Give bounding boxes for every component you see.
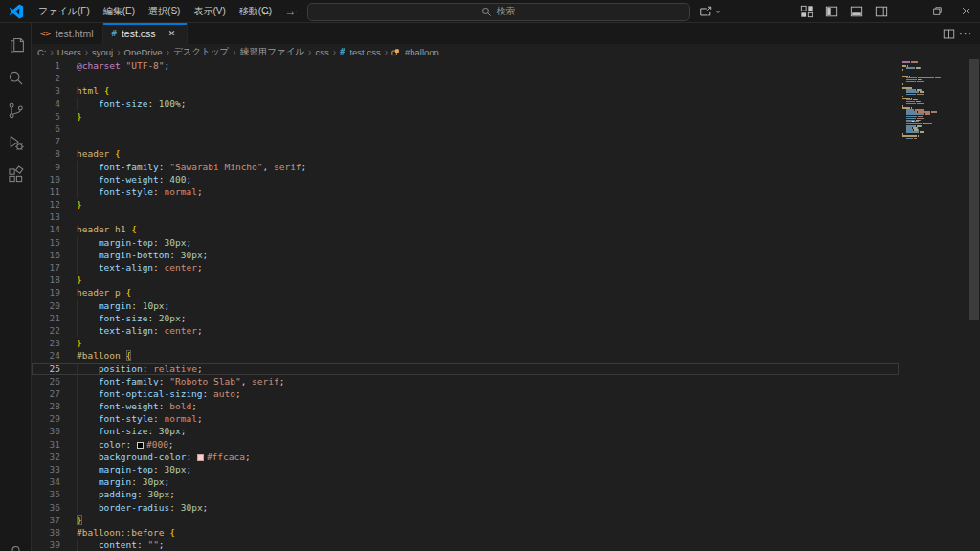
activity-account-button[interactable] xyxy=(0,543,32,551)
code-line[interactable]: 5} xyxy=(32,110,899,122)
code-line[interactable]: 9 font-family: "Sawarabi Mincho", serif; xyxy=(32,161,899,173)
nav-forward-button[interactable]: → xyxy=(283,5,299,18)
code-line[interactable]: 36 border-radius: 30px; xyxy=(32,501,899,514)
breadcrumb-item-デスクトップ[interactable]: デスクトップ xyxy=(173,46,229,58)
breadcrumb-item-#balloon[interactable]: #balloon xyxy=(405,47,439,57)
code-line-text: padding: 30px; xyxy=(60,488,899,500)
color-swatch-pink[interactable] xyxy=(197,454,204,461)
line-number: 18 xyxy=(32,274,60,286)
code-line[interactable]: 33 margin-top: 30px; xyxy=(32,463,899,475)
code-line[interactable]: 24#balloon { xyxy=(32,349,899,362)
code-line[interactable]: 16 margin-bottom: 30px; xyxy=(32,249,899,261)
tab-close-button[interactable]: ✕ xyxy=(167,29,178,38)
activity-search-button[interactable] xyxy=(0,61,32,94)
window-close-button[interactable] xyxy=(951,0,980,23)
menu-item-1[interactable]: 編集(E) xyxy=(97,0,142,23)
breadcrumb-item-css[interactable]: css xyxy=(315,47,328,57)
tab-test-css[interactable]: # test.css ✕ xyxy=(103,23,188,44)
activity-run-debug-button[interactable] xyxy=(0,126,32,159)
code-line[interactable]: 19header p { xyxy=(32,286,899,298)
code-line[interactable]: 15 margin-top: 30px; xyxy=(32,236,899,249)
code-line[interactable]: 11 font-style: normal; xyxy=(32,186,899,198)
code-line[interactable]: 21 font-size: 20px; xyxy=(32,312,899,324)
code-line[interactable]: 26 font-family: "Roboto Slab", serif; xyxy=(32,375,899,387)
menu-bar: ファイル(F)編集(E)選択(S)表示(V)移動(G) xyxy=(32,0,278,22)
code-line-text: } xyxy=(60,110,899,122)
line-number: 32 xyxy=(32,451,60,463)
code-line[interactable]: 20 margin: 10px; xyxy=(32,299,899,312)
code-editor[interactable]: 1@charset "UTF-8";23html {4 font-size: 1… xyxy=(32,59,899,551)
minimize-icon xyxy=(903,6,914,16)
code-line-text: color: #000; xyxy=(60,438,899,451)
code-line[interactable]: 12} xyxy=(32,198,899,210)
nav-back-button[interactable]: ← xyxy=(259,5,275,18)
split-editor-icon xyxy=(943,28,955,40)
activity-source-control-button[interactable] xyxy=(0,94,32,126)
toggle-panel-button[interactable] xyxy=(844,0,869,23)
code-line[interactable]: 7 xyxy=(32,135,899,147)
code-line[interactable]: 6 xyxy=(32,122,899,135)
code-line[interactable]: 10 font-weight: 400; xyxy=(32,173,899,186)
editor-scrollbar[interactable] xyxy=(968,59,980,551)
editor-more-actions-button[interactable]: ··· xyxy=(959,28,972,39)
code-line[interactable]: 2 xyxy=(32,72,899,84)
code-line[interactable]: 39 content: ""; xyxy=(32,539,899,551)
code-line[interactable]: 8header { xyxy=(32,147,899,160)
code-line[interactable]: 29 font-style: normal; xyxy=(32,412,899,425)
line-number: 37 xyxy=(32,514,60,526)
line-number: 31 xyxy=(32,438,60,451)
code-line-text: font-size: 20px; xyxy=(60,312,899,324)
breadcrumb-item-test.css[interactable]: test.css xyxy=(349,47,380,57)
window-restore-button[interactable] xyxy=(923,0,951,23)
code-line[interactable]: 34 margin: 30px; xyxy=(32,475,899,488)
breadcrumb-item-OneDrive[interactable]: OneDrive xyxy=(124,47,163,57)
code-line[interactable]: 37} xyxy=(32,514,899,526)
open-new-window-dropdown[interactable] xyxy=(699,5,722,18)
tab-test-html[interactable]: <> test.html xyxy=(32,23,103,44)
activity-explorer-button[interactable] xyxy=(0,29,32,61)
code-line[interactable]: 30 font-size: 30px; xyxy=(32,425,899,437)
code-line[interactable]: 3html { xyxy=(32,84,899,97)
code-line[interactable]: 38#balloon::before { xyxy=(32,526,899,539)
code-line[interactable]: 13 xyxy=(32,210,899,223)
window-minimize-button[interactable] xyxy=(894,0,923,23)
split-editor-button[interactable] xyxy=(943,28,955,40)
code-line[interactable]: 27 font-optical-sizing: auto; xyxy=(32,387,899,400)
scrollbar-slider[interactable] xyxy=(969,59,979,320)
code-line[interactable]: 23} xyxy=(32,337,899,349)
code-line[interactable]: 1@charset "UTF-8"; xyxy=(32,59,899,72)
code-line-text: #balloon::before { xyxy=(60,526,899,539)
code-line[interactable]: 17 text-align: center; xyxy=(32,261,899,274)
line-number: 39 xyxy=(32,539,60,551)
code-line[interactable]: 22 text-align: center; xyxy=(32,324,899,337)
code-line[interactable]: 14header h1 { xyxy=(32,223,899,235)
customize-layout-button[interactable] xyxy=(794,0,819,23)
layout-sidebar-right-icon xyxy=(875,5,888,18)
code-line[interactable]: 4 font-size: 100%; xyxy=(32,98,899,110)
toggle-sidebar-right-button[interactable] xyxy=(869,0,894,23)
line-number: 5 xyxy=(32,110,60,122)
breadcrumb-item-練習用ファイル[interactable]: 練習用ファイル xyxy=(240,46,304,58)
code-line[interactable]: 25 position: relative; xyxy=(32,363,899,375)
code-line[interactable]: 32 background-color: #ffcaca; xyxy=(32,451,899,463)
breadcrumb-item-syouj[interactable]: syouj xyxy=(92,47,113,57)
code-line[interactable]: 18} xyxy=(32,274,899,286)
line-number: 29 xyxy=(32,412,60,425)
code-line-text: header { xyxy=(60,147,899,160)
menu-item-0[interactable]: ファイル(F) xyxy=(32,0,97,23)
code-line-text: font-family: "Sawarabi Mincho", serif; xyxy=(60,161,899,173)
activity-extensions-button[interactable] xyxy=(0,159,32,191)
code-line[interactable]: 28 font-weight: bold; xyxy=(32,400,899,412)
color-swatch-black[interactable] xyxy=(137,442,144,449)
menu-item-2[interactable]: 選択(S) xyxy=(142,0,187,23)
line-number: 1 xyxy=(32,59,60,72)
toggle-sidebar-left-button[interactable] xyxy=(819,0,844,23)
breadcrumb-item-C:[interactable]: C: xyxy=(37,47,47,57)
code-line[interactable]: 31 color: #000; xyxy=(32,438,899,451)
code-line-text: font-style: normal; xyxy=(60,186,899,198)
menu-item-3[interactable]: 表示(V) xyxy=(187,0,232,23)
minimap[interactable] xyxy=(899,59,968,551)
command-center-search[interactable]: 検索 xyxy=(307,3,690,21)
breadcrumb-item-Users[interactable]: Users xyxy=(57,47,81,57)
code-line[interactable]: 35 padding: 30px; xyxy=(32,488,899,500)
